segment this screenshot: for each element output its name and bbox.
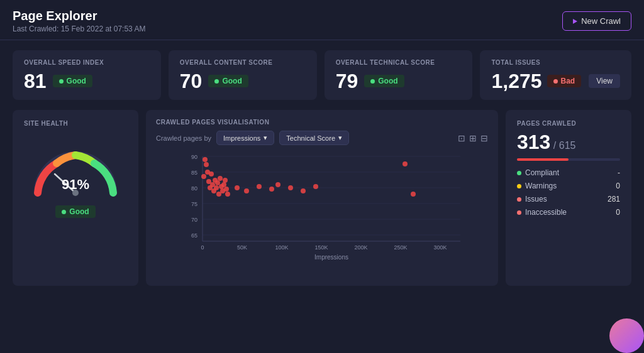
header: Page Explorer Last Crawled: 15 Feb 2022 …	[0, 0, 644, 40]
svg-text:90: 90	[191, 154, 197, 160]
pages-crawled-title: PAGES CRAWLED	[517, 120, 620, 127]
speed-index-value-row: 81 Good	[24, 71, 150, 91]
warnings-value: 0	[616, 182, 620, 190]
inaccessible-dot	[517, 210, 521, 215]
svg-point-52	[402, 161, 408, 166]
svg-point-42	[224, 187, 229, 192]
total-issues-value-row: 1,275 Bad View	[491, 71, 620, 91]
content-dot	[214, 79, 219, 84]
new-crawl-button[interactable]: New Crawl	[562, 11, 631, 31]
content-score-card: OVERALL CONTENT SCORE 70 Good	[169, 50, 317, 100]
svg-point-53	[411, 192, 416, 197]
visualisation-title: CRAWLED PAGES VISUALISATION	[156, 119, 488, 126]
svg-point-27	[201, 174, 206, 179]
svg-text:65: 65	[191, 232, 197, 239]
score-cards-row: OVERALL SPEED INDEX 81 Good OVERALL CONT…	[13, 50, 631, 100]
svg-text:75: 75	[191, 201, 197, 207]
svg-text:250K: 250K	[394, 244, 407, 251]
stat-row-compliant: Compliant -	[517, 168, 620, 177]
compliant-label: Compliant	[525, 168, 559, 177]
inaccessible-value: 0	[616, 208, 620, 217]
svg-point-40	[221, 182, 226, 187]
svg-text:50K: 50K	[237, 244, 247, 251]
svg-point-37	[218, 176, 223, 181]
svg-text:300K: 300K	[433, 244, 447, 251]
impressions-dropdown[interactable]: Impressions ▾	[216, 131, 274, 145]
svg-text:70: 70	[191, 217, 197, 223]
inaccessible-label: Inaccessible	[525, 208, 567, 217]
stat-row-inaccessible: Inaccessible 0	[517, 208, 620, 217]
svg-text:85: 85	[191, 170, 197, 176]
scatter-chart: 90 85 80 75 70 65 0 50K 100K 150K 200K 2…	[156, 150, 488, 263]
compliant-value: -	[618, 168, 620, 177]
chart-icon-2[interactable]: ⊞	[469, 133, 477, 143]
issues-label: Issues	[525, 195, 547, 204]
stat-row-issues: Issues 281	[517, 195, 620, 204]
svg-point-51	[313, 184, 318, 189]
speed-dot	[59, 79, 64, 84]
compliant-dot	[517, 171, 521, 175]
svg-text:0: 0	[201, 244, 204, 251]
pages-crawled-total: / 615	[553, 140, 576, 151]
svg-point-48	[275, 182, 280, 187]
svg-text:100K: 100K	[275, 244, 288, 251]
chart-icon-3[interactable]: ⊟	[480, 133, 488, 143]
svg-text:80: 80	[191, 185, 197, 192]
site-health-card: SITE HEALTH 91%	[13, 110, 138, 286]
svg-point-43	[225, 192, 230, 197]
stat-row-warnings: Warnings 0	[517, 182, 620, 190]
speed-index-badge: Good	[53, 75, 92, 87]
pages-crawled-card: PAGES CRAWLED 313 / 615 Compliant -	[506, 110, 631, 286]
technical-score-title: OVERALL TECHNICAL SCORE	[336, 59, 462, 66]
issues-stat-dot	[517, 197, 521, 202]
pages-crawled-numbers: 313 / 615	[517, 132, 620, 152]
last-crawled: Last Crawled: 15 Feb 2022 at 07:53 AM	[13, 24, 145, 33]
svg-text:200K: 200K	[354, 244, 367, 251]
svg-point-34	[214, 185, 219, 190]
chart-icons: ⊡ ⊞ ⊟	[458, 133, 488, 143]
technical-score-card: OVERALL TECHNICAL SCORE 79 Good	[325, 50, 473, 100]
crawled-by-label: Crawled pages by	[156, 134, 211, 142]
pages-crawled-count: 313	[517, 131, 550, 153]
gauge-container: 91%	[28, 139, 123, 199]
main-content: OVERALL SPEED INDEX 81 Good OVERALL CONT…	[0, 40, 644, 296]
bottom-row: SITE HEALTH 91%	[13, 110, 631, 286]
view-issues-button[interactable]: View	[589, 74, 620, 88]
site-health-badge: Good	[55, 205, 95, 218]
content-score-title: OVERALL CONTENT SCORE	[180, 59, 306, 66]
site-health-dot	[62, 210, 66, 214]
gauge-percent: 91%	[62, 176, 89, 193]
svg-point-49	[288, 185, 293, 190]
svg-point-41	[223, 178, 228, 183]
warnings-dot	[517, 184, 521, 188]
svg-text:150K: 150K	[314, 244, 328, 251]
scatter-svg: 90 85 80 75 70 65 0 50K 100K 150K 200K 2…	[156, 150, 488, 263]
svg-point-45	[244, 188, 249, 193]
visualisation-controls: Crawled pages by Impressions ▾ Technical…	[156, 131, 488, 145]
total-issues-value: 1,275	[491, 71, 541, 91]
svg-point-35	[215, 180, 220, 185]
header-left: Page Explorer Last Crawled: 15 Feb 2022 …	[13, 9, 145, 33]
chart-icon-1[interactable]: ⊡	[458, 133, 465, 143]
warnings-label: Warnings	[525, 182, 557, 190]
technical-score-badge: Good	[364, 75, 404, 87]
svg-point-30	[209, 171, 214, 176]
issues-dot	[553, 79, 558, 84]
svg-point-46	[257, 184, 262, 189]
progress-fill	[517, 158, 569, 161]
svg-point-24	[203, 157, 208, 162]
content-score-value: 70	[180, 71, 203, 91]
technical-score-dropdown[interactable]: Technical Score ▾	[279, 131, 349, 145]
page-title: Page Explorer	[13, 9, 145, 23]
progress-bar	[517, 158, 620, 161]
svg-point-47	[269, 187, 274, 192]
technical-score-value: 79	[336, 71, 358, 91]
avatar[interactable]	[609, 318, 644, 353]
speed-index-value: 81	[24, 71, 47, 91]
total-issues-title: TOTAL ISSUES	[491, 59, 620, 66]
total-issues-card: TOTAL ISSUES 1,275 Bad View	[480, 50, 631, 100]
svg-point-25	[204, 162, 209, 167]
speed-index-card: OVERALL SPEED INDEX 81 Good	[13, 50, 161, 100]
content-score-value-row: 70 Good	[180, 71, 306, 91]
content-score-badge: Good	[208, 75, 248, 87]
